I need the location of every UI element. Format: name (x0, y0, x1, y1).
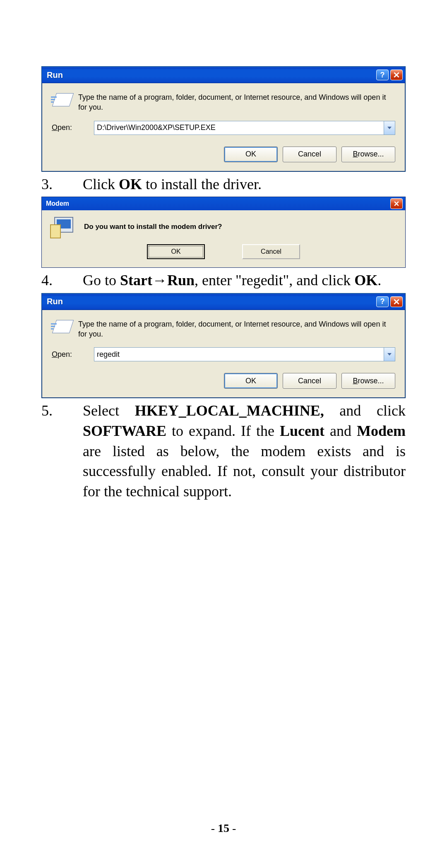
ok-button[interactable]: OK (147, 244, 205, 259)
ok-button[interactable]: OK (224, 373, 278, 389)
cancel-button[interactable]: Cancel (283, 373, 336, 389)
open-value: D:\Driver\Win2000&XP\SETUP.EXE (97, 123, 216, 132)
titlebar: Run ? (42, 293, 405, 310)
titlebar: Modem (42, 197, 405, 210)
ok-button[interactable]: OK (224, 147, 278, 162)
step-4: 4. Go to Start→Run, enter "regedit", and… (41, 270, 406, 291)
modem-question: Do you want to install the modem driver? (84, 223, 222, 231)
run-dialog-2: Run ? Type the name of a program, folder… (41, 293, 406, 399)
close-icon[interactable] (390, 296, 403, 307)
run-icon (52, 319, 72, 337)
install-icon (50, 217, 72, 237)
help-icon[interactable]: ? (376, 70, 389, 80)
help-icon[interactable]: ? (376, 296, 389, 307)
window-title: Run (47, 70, 375, 80)
run-dialog-1: Run ? Type the name of a program, folder… (41, 66, 406, 172)
close-icon[interactable] (390, 198, 403, 209)
document-page: Run ? Type the name of a program, folder… (0, 0, 447, 529)
open-label: Open: (52, 350, 89, 359)
run-icon (52, 92, 72, 111)
step-3: 3. Click OK to install the driver. (41, 174, 406, 195)
modem-dialog: Modem Do you want to install the modem d… (41, 197, 406, 268)
dropdown-arrow-icon[interactable] (384, 121, 395, 135)
open-value: regedit (97, 350, 120, 359)
window-title: Run (47, 297, 375, 306)
cancel-button[interactable]: Cancel (283, 147, 336, 162)
step-5: 5. Select HKEY_LOCAL_MACHINE, and click … (41, 401, 406, 501)
open-input[interactable]: D:\Driver\Win2000&XP\SETUP.EXE (94, 121, 395, 135)
open-input[interactable]: regedit (94, 347, 395, 361)
cancel-button[interactable]: Cancel (242, 244, 300, 259)
close-icon[interactable] (390, 70, 403, 80)
window-title: Modem (46, 200, 389, 207)
browse-button[interactable]: Browse... (341, 147, 395, 162)
page-number: - 15 - (0, 822, 447, 835)
browse-button[interactable]: Browse... (341, 373, 395, 389)
dropdown-arrow-icon[interactable] (384, 348, 395, 361)
titlebar: Run ? (42, 67, 405, 83)
run-description: Type the name of a program, folder, docu… (78, 319, 395, 339)
open-label: Open: (52, 123, 89, 132)
run-description: Type the name of a program, folder, docu… (78, 92, 395, 113)
